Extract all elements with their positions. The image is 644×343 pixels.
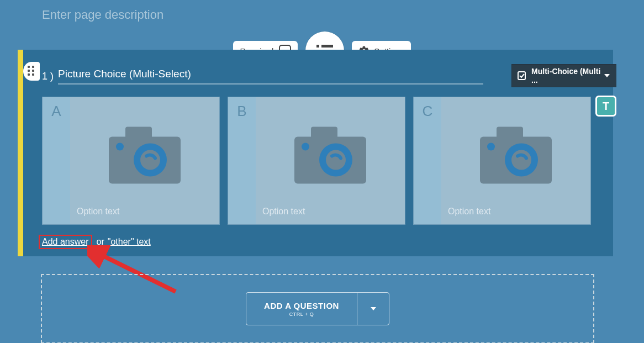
svg-point-8 xyxy=(116,143,124,151)
option-card[interactable]: A Option text xyxy=(42,97,220,225)
add-answer-row: Add answer or "other" text xyxy=(39,235,151,249)
chevron-down-icon xyxy=(369,305,377,313)
add-other-text-link[interactable]: "other" text xyxy=(108,237,151,247)
or-text: or xyxy=(97,237,104,247)
add-question-zone[interactable]: ADD A QUESTION CTRL + Q xyxy=(41,274,594,343)
add-question-label: ADD A QUESTION xyxy=(264,301,339,310)
add-question-hint: CTRL + Q xyxy=(289,312,314,317)
svg-rect-0 xyxy=(316,45,319,48)
svg-rect-12 xyxy=(311,127,337,139)
dropdown-label: Multi-Choice (Multi ... xyxy=(531,67,603,85)
checkbox-icon xyxy=(518,71,526,80)
svg-point-10 xyxy=(140,150,160,170)
drag-handle[interactable] xyxy=(23,62,40,81)
active-question-indicator xyxy=(18,50,23,256)
svg-rect-1 xyxy=(321,45,333,48)
annotation-highlight: Add answer xyxy=(39,235,92,249)
svg-rect-17 xyxy=(497,127,523,139)
svg-point-15 xyxy=(326,150,346,170)
image-placeholder-icon xyxy=(106,125,183,186)
option-letter: C xyxy=(414,97,441,224)
svg-rect-7 xyxy=(125,127,152,139)
page-description-input[interactable]: Enter page description xyxy=(42,8,163,22)
option-text-input[interactable]: Option text xyxy=(448,207,490,217)
svg-point-20 xyxy=(511,150,531,170)
svg-point-13 xyxy=(302,143,309,151)
question-title-input[interactable]: Picture Choice (Multi-Select) xyxy=(58,68,483,85)
answer-options: A Option text B Option text xyxy=(42,97,591,225)
svg-point-18 xyxy=(487,143,495,151)
option-card[interactable]: B Option text xyxy=(228,97,405,225)
option-letter: A xyxy=(43,97,70,224)
option-text-input[interactable]: Option text xyxy=(262,207,305,217)
question-number: 1 ) xyxy=(42,71,54,82)
add-question-dropdown[interactable] xyxy=(357,293,389,325)
add-answer-link[interactable]: Add answer xyxy=(42,237,89,246)
question-type-dropdown[interactable]: Multi-Choice (Multi ... xyxy=(511,64,616,87)
option-card[interactable]: C Option text xyxy=(413,97,591,225)
image-placeholder-icon xyxy=(477,125,555,186)
image-placeholder-icon xyxy=(292,125,369,186)
option-text-input[interactable]: Option text xyxy=(77,207,119,217)
chevron-down-icon xyxy=(603,72,610,80)
option-letter: B xyxy=(228,97,256,224)
add-question-button[interactable]: ADD A QUESTION CTRL + Q xyxy=(246,293,357,325)
grip-icon xyxy=(28,66,35,77)
text-badge[interactable]: T xyxy=(595,96,616,117)
